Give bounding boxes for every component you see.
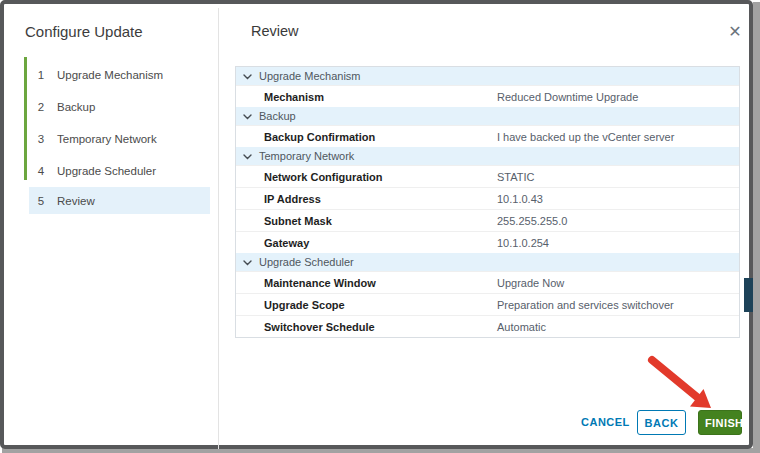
- row-value: Automatic: [497, 321, 546, 333]
- section-title: Upgrade Scheduler: [259, 256, 354, 268]
- finish-button[interactable]: FINISH: [698, 410, 742, 435]
- step-label: Upgrade Scheduler: [57, 165, 156, 177]
- step-number: 1: [37, 69, 45, 81]
- section-title: Upgrade Mechanism: [259, 70, 361, 82]
- row-label: IP Address: [264, 193, 321, 205]
- window-shadow-right: [753, 2, 760, 453]
- screenshot-canvas: Configure Update 1 Upgrade Mechanism 2 B…: [0, 0, 760, 453]
- row-value: 10.1.0.254: [497, 237, 549, 249]
- section-header-backup[interactable]: Backup: [236, 107, 739, 125]
- chevron-down-icon: [243, 154, 252, 160]
- step-upgrade-scheduler[interactable]: 4 Upgrade Scheduler: [29, 157, 210, 184]
- row-value: 255.255.255.0: [497, 215, 567, 227]
- step-label: Temporary Network: [57, 133, 157, 145]
- page-title: Review: [251, 23, 299, 39]
- review-summary-table: Upgrade Mechanism Mechanism Reduced Down…: [235, 66, 740, 338]
- step-label: Backup: [57, 101, 95, 113]
- step-review[interactable]: 5 Review: [29, 187, 210, 214]
- dialog-title: Configure Update: [25, 23, 143, 40]
- close-icon[interactable]: ✕: [722, 20, 748, 44]
- table-row: IP Address 10.1.0.43: [236, 187, 739, 209]
- table-row: Network Configuration STATIC: [236, 165, 739, 187]
- chevron-down-icon: [243, 74, 252, 80]
- back-button[interactable]: BACK: [637, 410, 686, 435]
- row-label: Switchover Schedule: [264, 321, 375, 333]
- row-label: Network Configuration: [264, 171, 383, 183]
- cancel-button[interactable]: CANCEL: [581, 416, 630, 428]
- steps-progress-bar: [24, 57, 27, 180]
- chevron-down-icon: [243, 260, 252, 266]
- table-row: Gateway 10.1.0.254: [236, 231, 739, 253]
- row-value: Preparation and services switchover: [497, 299, 674, 311]
- step-label: Review: [57, 195, 95, 207]
- step-number: 2: [37, 101, 45, 113]
- row-label: Backup Confirmation: [264, 131, 375, 143]
- step-backup[interactable]: 2 Backup: [29, 93, 210, 120]
- chevron-down-icon: [243, 114, 252, 120]
- step-upgrade-mechanism[interactable]: 1 Upgrade Mechanism: [29, 61, 210, 88]
- row-value: Reduced Downtime Upgrade: [497, 91, 638, 103]
- step-label: Upgrade Mechanism: [57, 69, 163, 81]
- section-header-upgrade-mechanism[interactable]: Upgrade Mechanism: [236, 67, 739, 85]
- row-label: Subnet Mask: [264, 215, 332, 227]
- row-label: Upgrade Scope: [264, 299, 345, 311]
- row-label: Mechanism: [264, 91, 324, 103]
- section-header-upgrade-scheduler[interactable]: Upgrade Scheduler: [236, 253, 739, 271]
- table-row: Mechanism Reduced Downtime Upgrade: [236, 85, 739, 107]
- edge-tab: [744, 278, 753, 312]
- section-title: Temporary Network: [259, 150, 354, 162]
- table-row: Backup Confirmation I have backed up the…: [236, 125, 739, 147]
- section-header-temporary-network[interactable]: Temporary Network: [236, 147, 739, 165]
- row-label: Gateway: [264, 237, 309, 249]
- step-number: 5: [37, 195, 45, 207]
- table-row: Switchover Schedule Automatic: [236, 315, 739, 337]
- table-row: Maintenance Window Upgrade Now: [236, 271, 739, 293]
- section-title: Backup: [259, 110, 296, 122]
- row-value: I have backed up the vCenter server: [497, 131, 674, 143]
- sidebar-divider: [218, 8, 219, 449]
- table-row: Subnet Mask 255.255.255.0: [236, 209, 739, 231]
- row-value: STATIC: [497, 171, 534, 183]
- row-value: 10.1.0.43: [497, 193, 543, 205]
- step-number: 4: [37, 165, 45, 177]
- step-temporary-network[interactable]: 3 Temporary Network: [29, 125, 210, 152]
- step-number: 3: [37, 133, 45, 145]
- row-value: Upgrade Now: [497, 277, 564, 289]
- configure-update-dialog: Configure Update 1 Upgrade Mechanism 2 B…: [0, 0, 753, 449]
- row-label: Maintenance Window: [264, 277, 376, 289]
- table-row: Upgrade Scope Preparation and services s…: [236, 293, 739, 315]
